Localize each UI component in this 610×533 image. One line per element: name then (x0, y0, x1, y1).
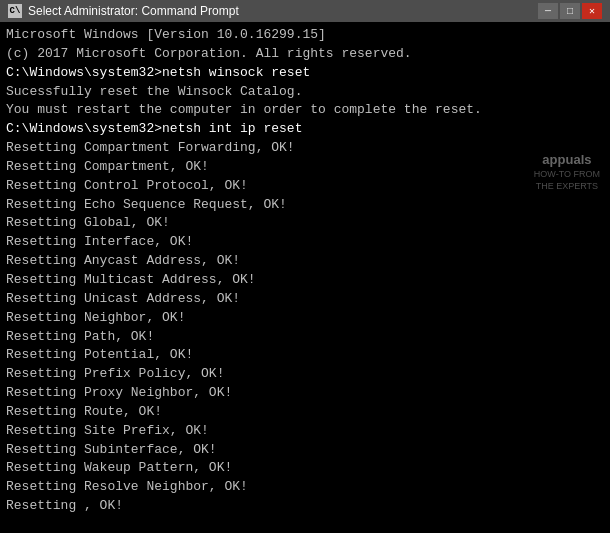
terminal-line: Resetting Potential, OK! (6, 346, 604, 365)
terminal-line: Resetting Site Prefix, OK! (6, 422, 604, 441)
terminal-line: Resetting Prefix Policy, OK! (6, 365, 604, 384)
watermark-tagline: HOW-TO FROM (534, 169, 600, 181)
minimize-button[interactable]: ─ (538, 3, 558, 19)
terminal-line: Resetting Interface, OK! (6, 233, 604, 252)
terminal-line: Resetting Echo Sequence Request, OK! (6, 196, 604, 215)
title-bar: C\ Select Administrator: Command Prompt … (0, 0, 610, 22)
terminal-line: Resetting Proxy Neighbor, OK! (6, 384, 604, 403)
title-bar-text: Select Administrator: Command Prompt (28, 4, 532, 18)
terminal-window: Microsoft Windows [Version 10.0.16299.15… (0, 22, 610, 533)
cmd-icon: C\ (8, 4, 22, 18)
terminal-line: Resetting Neighbor, OK! (6, 309, 604, 328)
watermark-site: appuals (534, 152, 600, 169)
terminal-line: Resetting Resolve Neighbor, OK! (6, 478, 604, 497)
terminal-line: C:\Windows\system32>netsh winsock reset (6, 64, 604, 83)
terminal-line: Microsoft Windows [Version 10.0.16299.15… (6, 26, 604, 45)
terminal-line: Resetting Route, OK! (6, 403, 604, 422)
terminal-line: Resetting , OK! (6, 497, 604, 516)
terminal-line: Resetting Global, OK! (6, 214, 604, 233)
terminal-line: Resetting Anycast Address, OK! (6, 252, 604, 271)
terminal-line: Resetting Wakeup Pattern, OK! (6, 459, 604, 478)
window-controls[interactable]: ─ □ ✕ (538, 3, 602, 19)
terminal-line: (c) 2017 Microsoft Corporation. All righ… (6, 45, 604, 64)
maximize-button[interactable]: □ (560, 3, 580, 19)
terminal-line: Resetting Compartment Forwarding, OK! (6, 139, 604, 158)
close-button[interactable]: ✕ (582, 3, 602, 19)
terminal-line: C:\Windows\system32>netsh int ip reset (6, 120, 604, 139)
terminal-line: Resetting Unicast Address, OK! (6, 290, 604, 309)
watermark: appuals HOW-TO FROM THE EXPERTS (534, 152, 600, 192)
watermark-tagline2: THE EXPERTS (534, 181, 600, 193)
terminal-line: Sucessfully reset the Winsock Catalog. (6, 83, 604, 102)
terminal-line: You must restart the computer in order t… (6, 101, 604, 120)
terminal-line: Resetting Subinterface, OK! (6, 441, 604, 460)
terminal-line: Resetting Compartment, OK! (6, 158, 604, 177)
terminal-line: Resetting Path, OK! (6, 328, 604, 347)
terminal-line: Resetting Multicast Address, OK! (6, 271, 604, 290)
terminal-line: Resetting Control Protocol, OK! (6, 177, 604, 196)
terminal-output: Microsoft Windows [Version 10.0.16299.15… (6, 26, 604, 516)
